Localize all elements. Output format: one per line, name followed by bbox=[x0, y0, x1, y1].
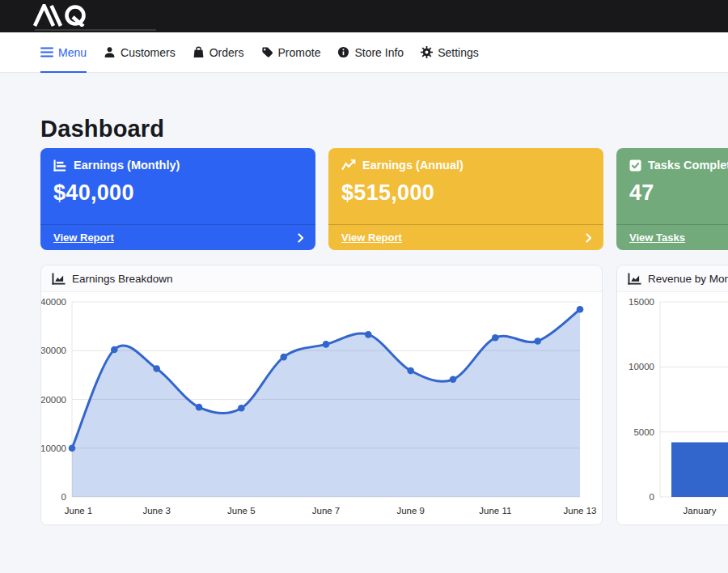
earnings-annual-card[interactable]: Earnings (Annual) $515,000 View Report bbox=[328, 148, 603, 250]
svg-text:5000: 5000 bbox=[633, 427, 654, 437]
stat-card-value: 47 bbox=[616, 172, 728, 206]
tasks-completed-card[interactable]: Tasks Completed 47 View Tasks bbox=[616, 148, 728, 250]
svg-text:June 5: June 5 bbox=[227, 506, 256, 516]
view-report-link[interactable]: View Report bbox=[40, 224, 315, 250]
check-square-icon bbox=[629, 159, 641, 172]
stat-card-title: Tasks Completed bbox=[648, 159, 728, 172]
revenue-by-month-card: Revenue by Month 050001000015000January bbox=[616, 265, 728, 525]
topbar bbox=[0, 0, 728, 32]
svg-text:June 13: June 13 bbox=[564, 506, 597, 516]
hamburger-icon bbox=[40, 47, 53, 57]
nav-item-customers[interactable]: Customers bbox=[104, 32, 176, 72]
nav-item-label: Store Info bbox=[354, 46, 404, 59]
view-report-link[interactable]: View Report bbox=[328, 224, 603, 250]
info-icon bbox=[337, 46, 349, 58]
nav-item-promote[interactable]: Promote bbox=[261, 32, 321, 72]
dashboard-screen: Menu Customers Orders Promote Store Info… bbox=[0, 0, 728, 573]
chevron-right-icon bbox=[298, 233, 304, 243]
svg-text:0: 0 bbox=[61, 492, 66, 502]
svg-text:June 3: June 3 bbox=[142, 506, 171, 516]
nav-item-label: Menu bbox=[58, 46, 87, 59]
earnings-breakdown-card: Earnings Breakdown 010000200003000040000… bbox=[40, 265, 603, 525]
chart-area-icon bbox=[52, 273, 66, 285]
revenue-by-month-header: Revenue by Month bbox=[617, 265, 728, 292]
main-nav: Menu Customers Orders Promote Store Info… bbox=[0, 32, 728, 73]
stat-card-value: $515,000 bbox=[328, 172, 603, 206]
svg-text:30000: 30000 bbox=[41, 346, 66, 355]
tag-icon bbox=[261, 46, 273, 58]
svg-text:June 7: June 7 bbox=[312, 506, 341, 516]
stat-card-title: Earnings (Monthly) bbox=[74, 159, 180, 172]
svg-text:10000: 10000 bbox=[41, 444, 66, 453]
chart-title: Earnings Breakdown bbox=[72, 273, 173, 285]
bag-icon bbox=[193, 46, 205, 58]
nav-item-menu[interactable]: Menu bbox=[40, 32, 87, 72]
main-content: Dashboard Earnings (Monthly) $40,000 Vie… bbox=[0, 116, 728, 525]
chevron-right-icon bbox=[586, 233, 592, 243]
nav-item-store-info[interactable]: Store Info bbox=[337, 32, 404, 72]
nav-item-orders[interactable]: Orders bbox=[193, 32, 244, 72]
chart-title: Revenue by Month bbox=[648, 273, 728, 285]
svg-text:0: 0 bbox=[650, 492, 654, 502]
revenue-by-month-chart[interactable]: 050001000015000January bbox=[617, 292, 728, 524]
chart-line-icon bbox=[341, 159, 356, 171]
svg-text:June 9: June 9 bbox=[396, 506, 425, 516]
brand-logo[interactable] bbox=[32, 4, 107, 27]
stat-cards-row: Earnings (Monthly) $40,000 View Report E… bbox=[40, 148, 728, 250]
earnings-breakdown-header: Earnings Breakdown bbox=[41, 265, 602, 292]
charts-row: Earnings Breakdown 010000200003000040000… bbox=[40, 265, 728, 525]
svg-text:20000: 20000 bbox=[41, 395, 66, 405]
nav-item-label: Settings bbox=[438, 46, 479, 59]
chart-bar-icon bbox=[53, 159, 67, 172]
stat-card-title: Earnings (Annual) bbox=[362, 159, 463, 172]
view-tasks-link[interactable]: View Tasks bbox=[616, 224, 728, 250]
person-icon bbox=[104, 46, 116, 58]
svg-text:40000: 40000 bbox=[41, 297, 66, 307]
svg-text:January: January bbox=[684, 506, 717, 516]
earnings-breakdown-chart[interactable]: 010000200003000040000June 1June 3June 5J… bbox=[41, 292, 602, 524]
nav-item-label: Orders bbox=[210, 46, 244, 59]
page-title: Dashboard bbox=[40, 116, 728, 142]
svg-text:June 11: June 11 bbox=[479, 506, 511, 516]
nav-item-label: Customers bbox=[121, 46, 176, 59]
logo-underline bbox=[35, 29, 156, 31]
nav-item-settings[interactable]: Settings bbox=[421, 32, 479, 72]
gear-icon bbox=[421, 46, 433, 58]
stat-card-value: $40,000 bbox=[40, 172, 315, 206]
svg-text:June 1: June 1 bbox=[65, 506, 93, 516]
nav-item-label: Promote bbox=[278, 46, 321, 59]
chart-area-icon bbox=[628, 273, 641, 285]
earnings-monthly-card[interactable]: Earnings (Monthly) $40,000 View Report bbox=[40, 148, 315, 250]
svg-text:15000: 15000 bbox=[629, 297, 654, 307]
svg-text:10000: 10000 bbox=[629, 362, 654, 371]
